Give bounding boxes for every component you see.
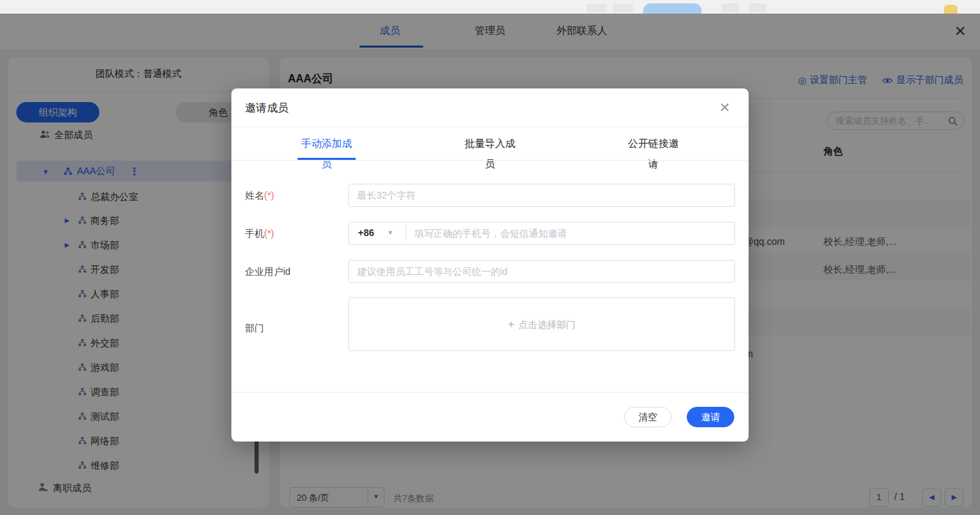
phone-label-text: 手机 (245, 228, 264, 239)
userid-input[interactable] (357, 263, 725, 280)
divider (406, 225, 406, 242)
dept-picker-label: 点击选择部门 (519, 319, 576, 330)
close-icon[interactable]: ✕ (716, 99, 734, 116)
required-mark: (*) (264, 228, 274, 239)
invite-button-label: 邀请 (701, 412, 720, 422)
phone-input[interactable] (414, 225, 714, 242)
invite-member-dialog: 邀请成员 ✕ 手动添加成员 批量导入成员 公开链接邀请 姓名(*) 手机(*) … (231, 88, 749, 442)
tab-batch-import-label: 批量导入成员 (465, 137, 516, 169)
chevron-down-icon: ▼ (387, 229, 393, 236)
background-ghost-icon (612, 4, 633, 12)
name-input[interactable] (357, 187, 725, 203)
dept-label: 部门 (245, 322, 264, 335)
country-code-value: +86 (358, 227, 374, 238)
invite-button[interactable]: 邀请 (687, 407, 734, 427)
tab-manual-add-label: 手动添加成员 (301, 137, 353, 169)
background-ghost-icon (721, 3, 739, 12)
name-label: 姓名(*) (245, 190, 274, 202)
dialog-title: 邀请成员 (245, 101, 289, 116)
dept-picker[interactable]: +点击选择部门 (348, 297, 735, 351)
userid-label: 企业用户id (245, 266, 291, 278)
divider (231, 392, 749, 393)
dept-picker-inner: +点击选择部门 (349, 318, 734, 331)
phone-label: 手机(*) (245, 228, 274, 240)
country-code-select[interactable]: +86 ▼ (349, 222, 406, 244)
phone-field-wrap: +86 ▼ (348, 222, 735, 245)
tab-public-link-label: 公开链接邀请 (628, 137, 679, 169)
clear-button[interactable]: 清空 (624, 407, 672, 427)
background-ghost-icon (587, 4, 607, 12)
screen: 成员 管理员 外部联系人 ✕ 团队模式：普通模式 组织架构 角色 全部成员 (0, 0, 980, 515)
background-ghost-icon (749, 3, 766, 12)
required-mark: (*) (264, 190, 274, 201)
userid-field-wrap (348, 260, 735, 283)
active-tab-underline (297, 158, 356, 160)
name-field-wrap (348, 184, 735, 207)
tab-public-link[interactable]: 公开链接邀请 (624, 133, 683, 158)
plus-icon: + (508, 318, 514, 330)
divider (231, 160, 749, 161)
name-label-text: 姓名 (245, 190, 264, 201)
clear-button-label: 清空 (638, 412, 657, 422)
tab-batch-import[interactable]: 批量导入成员 (461, 133, 519, 158)
background-app-strip (0, 0, 980, 14)
background-yellow-icon (944, 5, 958, 14)
tab-manual-add[interactable]: 手动添加成员 (297, 133, 356, 158)
divider (231, 127, 749, 127)
